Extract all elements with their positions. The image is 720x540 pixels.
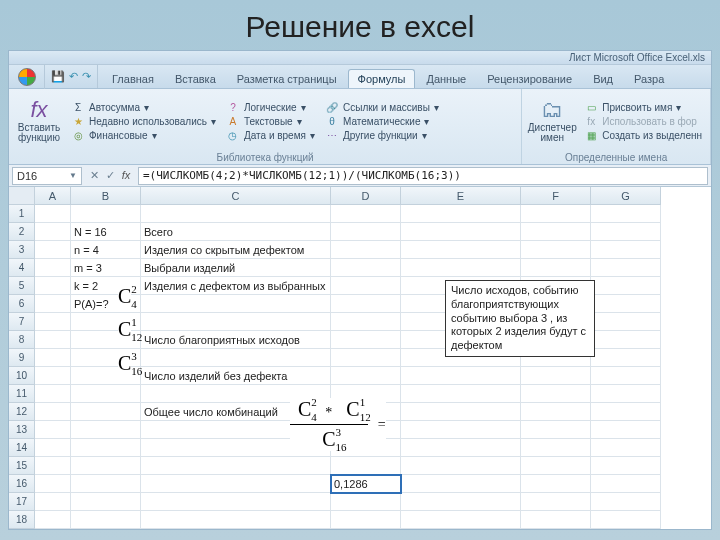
tab-4[interactable]: Данные	[416, 69, 476, 88]
cell-G11[interactable]	[591, 385, 661, 403]
tab-0[interactable]: Главная	[102, 69, 164, 88]
cell-D15[interactable]	[331, 457, 401, 475]
select-all-corner[interactable]	[9, 187, 35, 205]
cell-G10[interactable]	[591, 367, 661, 385]
cell-G17[interactable]	[591, 493, 661, 511]
cell-F11[interactable]	[521, 385, 591, 403]
insert-function-button[interactable]: fx Вставить функцию	[15, 91, 63, 151]
cell-A2[interactable]	[35, 223, 71, 241]
row-header[interactable]: 10	[9, 367, 35, 385]
cell-D16[interactable]: 0,1286	[331, 475, 401, 493]
cell-E14[interactable]	[401, 439, 521, 457]
chevron-down-icon[interactable]: ▼	[69, 171, 77, 180]
cell-C9[interactable]	[141, 349, 331, 367]
cell-E2[interactable]	[401, 223, 521, 241]
row-header[interactable]: 2	[9, 223, 35, 241]
cell-E16[interactable]	[401, 475, 521, 493]
cell-E17[interactable]	[401, 493, 521, 511]
cell-D3[interactable]	[331, 241, 401, 259]
qat-undo-icon[interactable]: ↶	[69, 70, 78, 83]
cell-E15[interactable]	[401, 457, 521, 475]
row-header[interactable]: 18	[9, 511, 35, 529]
cell-E1[interactable]	[401, 205, 521, 223]
row-header[interactable]: 11	[9, 385, 35, 403]
cell-G2[interactable]	[591, 223, 661, 241]
cell-A7[interactable]	[35, 313, 71, 331]
row-header[interactable]: 5	[9, 277, 35, 295]
cell-C7[interactable]	[141, 313, 331, 331]
cell-C2[interactable]: Всего	[141, 223, 331, 241]
cell-A14[interactable]	[35, 439, 71, 457]
logical-button[interactable]: ?Логические ▾	[224, 101, 317, 114]
financial-button[interactable]: ◎Финансовые ▾	[69, 129, 218, 142]
cancel-icon[interactable]: ✕	[87, 169, 101, 182]
row-header[interactable]: 8	[9, 331, 35, 349]
cell-A5[interactable]	[35, 277, 71, 295]
more-fn-button[interactable]: ⋯Другие функции ▾	[323, 129, 441, 142]
col-header[interactable]: G	[591, 187, 661, 205]
cell-B12[interactable]	[71, 403, 141, 421]
cell-E13[interactable]	[401, 421, 521, 439]
tab-5[interactable]: Рецензирование	[477, 69, 582, 88]
enter-icon[interactable]: ✓	[103, 169, 117, 182]
row-header[interactable]: 7	[9, 313, 35, 331]
cell-D1[interactable]	[331, 205, 401, 223]
cell-G14[interactable]	[591, 439, 661, 457]
tab-2[interactable]: Разметка страницы	[227, 69, 347, 88]
cell-F12[interactable]	[521, 403, 591, 421]
cell-A16[interactable]	[35, 475, 71, 493]
cell-G7[interactable]	[591, 313, 661, 331]
use-in-formula-button[interactable]: fxИспользовать в фор	[582, 115, 704, 128]
cell-F10[interactable]	[521, 367, 591, 385]
cell-B2[interactable]: N = 16	[71, 223, 141, 241]
worksheet[interactable]: A B C D E F G 12N = 16Всего3n = 4Изделия…	[9, 187, 711, 529]
cell-C15[interactable]	[141, 457, 331, 475]
cell-F13[interactable]	[521, 421, 591, 439]
cell-B11[interactable]	[71, 385, 141, 403]
cell-E3[interactable]	[401, 241, 521, 259]
cell-B4[interactable]: m = 3	[71, 259, 141, 277]
name-manager-button[interactable]: 🗂 Диспетчер имен	[528, 91, 576, 151]
cell-A8[interactable]	[35, 331, 71, 349]
cell-E11[interactable]	[401, 385, 521, 403]
row-header[interactable]: 1	[9, 205, 35, 223]
row-header[interactable]: 6	[9, 295, 35, 313]
qat-redo-icon[interactable]: ↷	[82, 70, 91, 83]
cell-G6[interactable]	[591, 295, 661, 313]
row-header[interactable]: 13	[9, 421, 35, 439]
cell-D8[interactable]	[331, 331, 401, 349]
cell-D7[interactable]	[331, 313, 401, 331]
office-button[interactable]	[9, 65, 45, 89]
datetime-button[interactable]: ◷Дата и время ▾	[224, 129, 317, 142]
cell-F1[interactable]	[521, 205, 591, 223]
row-header[interactable]: 14	[9, 439, 35, 457]
cell-D18[interactable]	[331, 511, 401, 529]
cell-G18[interactable]	[591, 511, 661, 529]
cell-F15[interactable]	[521, 457, 591, 475]
cell-A17[interactable]	[35, 493, 71, 511]
cell-F3[interactable]	[521, 241, 591, 259]
cell-C6[interactable]	[141, 295, 331, 313]
cell-B14[interactable]	[71, 439, 141, 457]
row-header[interactable]: 17	[9, 493, 35, 511]
cell-E12[interactable]	[401, 403, 521, 421]
create-from-selection-button[interactable]: ▦Создать из выделенн	[582, 129, 704, 142]
name-box[interactable]: D16 ▼	[12, 167, 82, 185]
tab-6[interactable]: Вид	[583, 69, 623, 88]
cell-B18[interactable]	[71, 511, 141, 529]
row-header[interactable]: 12	[9, 403, 35, 421]
cell-F18[interactable]	[521, 511, 591, 529]
cell-G12[interactable]	[591, 403, 661, 421]
cell-B15[interactable]	[71, 457, 141, 475]
tab-1[interactable]: Вставка	[165, 69, 226, 88]
cell-C1[interactable]	[141, 205, 331, 223]
cell-C3[interactable]: Изделия со скрытым дефектом	[141, 241, 331, 259]
cell-A3[interactable]	[35, 241, 71, 259]
cell-G4[interactable]	[591, 259, 661, 277]
cell-C10[interactable]: Число изделий без дефекта	[141, 367, 331, 385]
fx-icon[interactable]: fx	[119, 169, 133, 182]
cell-A15[interactable]	[35, 457, 71, 475]
col-header[interactable]: C	[141, 187, 331, 205]
formula-input[interactable]: =(ЧИСЛКОМБ(4;2)*ЧИСЛКОМБ(12;1))/(ЧИСЛКОМ…	[138, 167, 708, 185]
row-header[interactable]: 15	[9, 457, 35, 475]
